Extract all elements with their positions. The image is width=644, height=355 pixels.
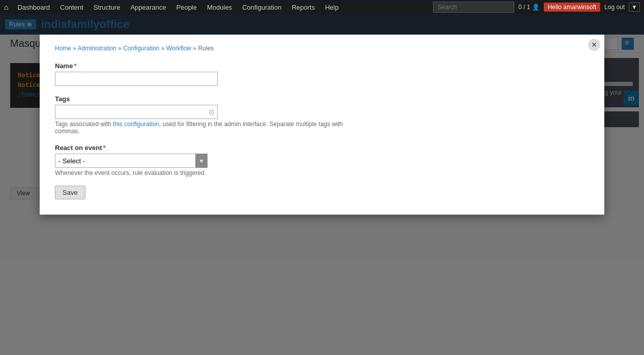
home-icon[interactable]: ⌂ bbox=[4, 3, 8, 11]
logout-button[interactable]: Log out bbox=[604, 4, 625, 11]
nav-help[interactable]: Help bbox=[320, 0, 344, 14]
nav-modules[interactable]: Modules bbox=[202, 0, 237, 14]
scroll-arrow-icon[interactable]: ▼ bbox=[629, 3, 640, 12]
nav-reports[interactable]: Reports bbox=[286, 0, 320, 14]
user-icon: 👤 bbox=[532, 4, 540, 11]
user-count: 0 / 1 👤 bbox=[518, 4, 540, 11]
nav-configuration[interactable]: Configuration bbox=[237, 0, 286, 14]
admin-search-input[interactable] bbox=[433, 2, 514, 13]
nav-people[interactable]: People bbox=[171, 0, 202, 14]
nav-appearance[interactable]: Appearance bbox=[125, 0, 171, 14]
hello-user-badge[interactable]: Hello amarwinsoft bbox=[544, 3, 600, 12]
top-navigation: ⌂ Dashboard Content Structure Appearance… bbox=[0, 0, 644, 14]
nav-structure[interactable]: Structure bbox=[89, 0, 126, 14]
nav-dashboard[interactable]: Dashboard bbox=[12, 0, 55, 14]
nav-content[interactable]: Content bbox=[55, 0, 89, 14]
top-nav-right: 0 / 1 👤 Hello amarwinsoft Log out ▼ bbox=[433, 2, 640, 13]
